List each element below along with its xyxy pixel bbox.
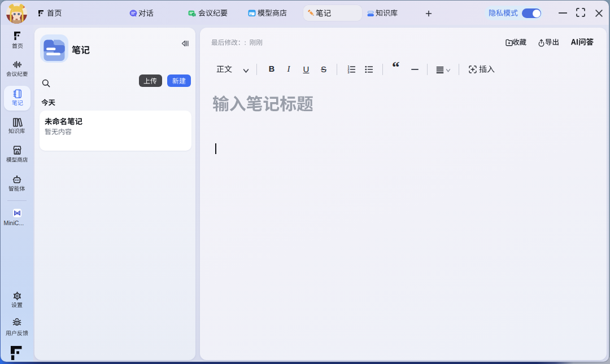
svg-text:3: 3 <box>347 71 349 73</box>
